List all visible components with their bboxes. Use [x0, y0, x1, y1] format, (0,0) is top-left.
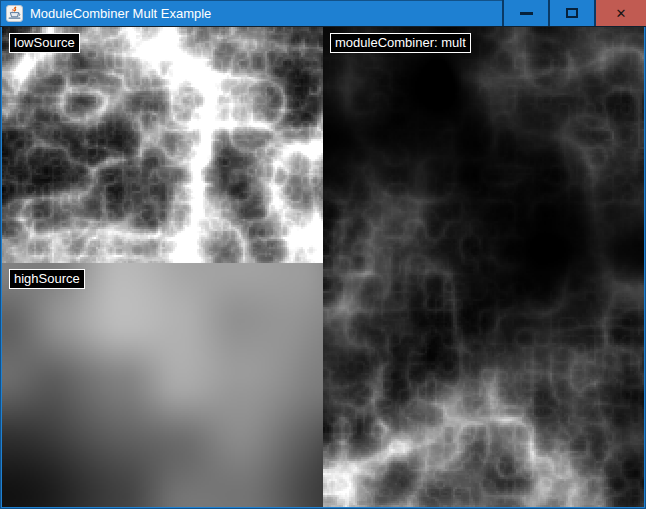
module-combiner-mult-label: moduleCombiner: mult: [330, 33, 471, 53]
java-coffee-cup-icon: [6, 5, 23, 22]
low-source-noise-texture: [2, 27, 323, 263]
panel-low-source: lowSource: [2, 27, 323, 263]
panel-module-combiner-mult: moduleCombiner: mult: [323, 27, 644, 507]
close-icon: ✕: [616, 7, 627, 20]
panel-high-source: highSource: [2, 263, 323, 507]
maximize-button[interactable]: [550, 0, 594, 26]
app-window: ModuleCombiner Mult Example ✕ lowSource: [0, 0, 646, 509]
maximize-icon: [566, 8, 578, 18]
content-area: lowSource highSource moduleCombiner: mul…: [2, 27, 644, 507]
minimize-icon: [520, 12, 533, 15]
close-button[interactable]: ✕: [596, 0, 646, 26]
low-source-label: lowSource: [9, 33, 80, 53]
window-title: ModuleCombiner Mult Example: [30, 6, 211, 21]
left-column: lowSource highSource: [2, 27, 323, 507]
window-controls: ✕: [502, 0, 646, 26]
titlebar[interactable]: ModuleCombiner Mult Example ✕: [0, 0, 646, 27]
high-source-label: highSource: [9, 269, 85, 289]
minimize-button[interactable]: [504, 0, 548, 26]
mult-combined-noise-texture: [323, 27, 644, 507]
high-source-noise-texture: [2, 263, 323, 507]
